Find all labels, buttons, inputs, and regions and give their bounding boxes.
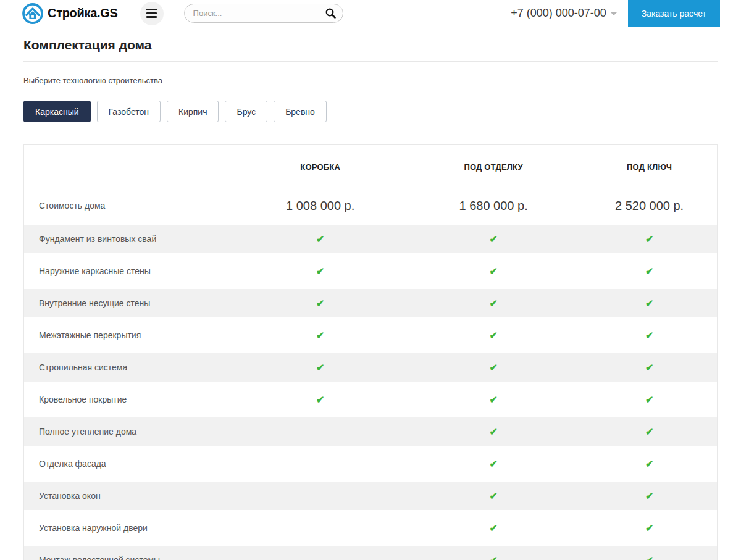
table-row: Установка окон ✔ ✔ [24,480,717,512]
check-icon: ✔ [582,522,717,534]
check-icon: ✔ [405,265,582,277]
check-icon: ✔ [235,330,405,341]
table-row: Стропильная система ✔ ✔ ✔ [24,351,717,383]
row-label: Монтаж водосточной системы [24,555,235,560]
price-row: Стоимость дома 1 008 000 р. 1 680 000 р.… [24,188,717,223]
technology-tab[interactable]: Газобетон [97,101,161,122]
check-icon: ✔ [405,522,582,534]
logo[interactable]: Стройка.GS [22,2,118,25]
technology-prompt: Выберите технологию строительства [23,76,718,85]
check-icon: ✔ [235,362,405,374]
check-icon: ✔ [235,233,405,245]
search-input[interactable] [193,9,325,18]
phone-number: +7 (000) 000-07-00 [511,7,606,20]
row-label: Установка наружной двери [24,523,235,533]
check-icon: ✔ [405,233,582,245]
check-icon: ✔ [405,330,582,341]
feature-rows: Фундамент из винтовых свай ✔ ✔ ✔ Наружни… [24,223,717,560]
check-icon: ✔ [405,426,582,438]
technology-tabs: Каркасный Газобетон Кирпич Брус Бревно [23,101,718,122]
check-icon: ✔ [405,554,582,560]
main-content: Комплектация дома Выберите технологию ст… [0,38,741,560]
phone-dropdown[interactable]: +7 (000) 000-07-00 [511,7,617,20]
top-bar: Стройка.GS +7 (000) 000-07-00 Заказать р… [0,0,741,27]
table-row: Отделка фасада ✔ ✔ [24,448,717,480]
price-korobka: 1 008 000 р. [235,199,405,213]
row-label: Внутренние несущие стены [24,298,235,308]
check-icon: ✔ [582,458,717,470]
check-icon: ✔ [235,265,405,277]
check-icon: ✔ [582,554,717,560]
row-label: Установка окон [24,491,235,501]
check-icon: ✔ [405,394,582,406]
technology-tab[interactable]: Каркасный [23,101,91,122]
check-icon: ✔ [405,490,582,502]
logo-house-icon [22,2,44,25]
table-row: Полное утепление дома ✔ ✔ [24,416,717,448]
check-icon: ✔ [582,490,717,502]
technology-tab[interactable]: Бревно [274,101,327,122]
hamburger-menu-button[interactable] [140,2,164,25]
table-row: Кровельное покрытие ✔ ✔ ✔ [24,383,717,416]
check-icon: ✔ [582,394,717,406]
table-row: Наружние каркасные стены ✔ ✔ ✔ [24,255,717,287]
logo-text: Стройка.GS [48,6,118,20]
price-pod-otdelku: 1 680 000 р. [405,199,582,213]
order-calculation-button[interactable]: Заказать расчет [628,0,720,27]
check-icon: ✔ [582,362,717,374]
page-title: Комплектация дома [23,38,718,52]
table-row: Внутренние несущие стены ✔ ✔ ✔ [24,287,717,319]
technology-tab[interactable]: Брус [225,101,267,122]
check-icon: ✔ [582,265,717,277]
row-label: Отделка фасада [24,459,235,469]
column-header-pod-klyuch: ПОД КЛЮЧ [582,162,717,172]
column-header-pod-otdelku: ПОД ОТДЕЛКУ [405,162,582,172]
check-icon: ✔ [405,362,582,374]
check-icon: ✔ [405,458,582,470]
check-icon: ✔ [405,298,582,309]
row-label: Полное утепление дома [24,427,235,437]
row-label: Наружние каркасные стены [24,266,235,276]
table-row: Монтаж водосточной системы ✔ ✔ [24,544,717,560]
package-comparison-table: КОРОБКА ПОД ОТДЕЛКУ ПОД КЛЮЧ Стоимость д… [23,144,718,560]
row-label: Кровельное покрытие [24,395,235,404]
check-icon: ✔ [235,394,405,406]
table-row: Фундамент из винтовых свай ✔ ✔ ✔ [24,223,717,255]
check-icon: ✔ [582,233,717,245]
search-box [184,4,343,23]
search-icon[interactable] [325,7,337,19]
price-row-label: Стоимость дома [24,201,235,211]
row-label: Стропильная система [24,362,235,372]
technology-tab[interactable]: Кирпич [167,101,219,122]
row-label: Межэтажные перекрытия [24,330,235,340]
row-label: Фундамент из винтовых свай [24,234,235,244]
table-row: Установка наружной двери ✔ ✔ [24,512,717,544]
price-pod-klyuch: 2 520 000 р. [582,199,717,213]
table-header-row: КОРОБКА ПОД ОТДЕЛКУ ПОД КЛЮЧ [24,145,717,188]
check-icon: ✔ [582,298,717,309]
chevron-down-icon [611,12,617,15]
check-icon: ✔ [582,330,717,341]
check-icon: ✔ [235,298,405,309]
hamburger-icon [146,9,157,10]
column-header-korobka: КОРОБКА [235,162,405,172]
title-divider [23,61,718,62]
table-row: Межэтажные перекрытия ✔ ✔ ✔ [24,319,717,351]
check-icon: ✔ [582,426,717,438]
